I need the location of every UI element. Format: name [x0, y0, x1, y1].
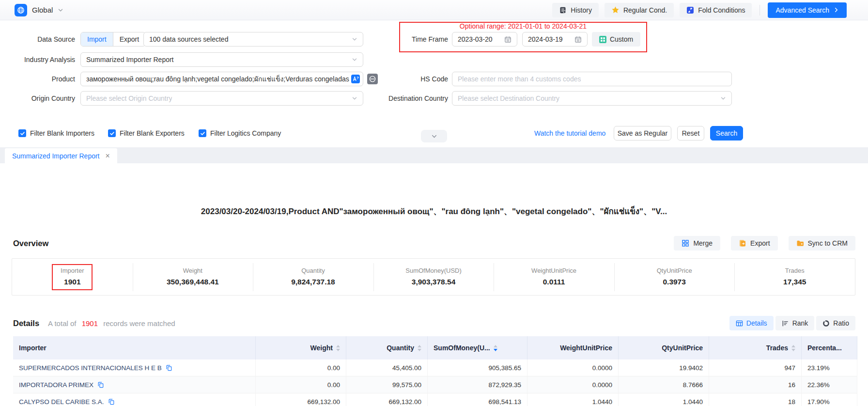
- data-sources-select[interactable]: 100 data sources selected: [143, 32, 363, 47]
- divider: [760, 5, 760, 16]
- time-frame-label: Time Frame: [339, 32, 448, 47]
- regular-cond-label: Regular Cond.: [623, 6, 667, 14]
- hs-code-label: HS Code: [339, 72, 448, 86]
- importer-cell[interactable]: CALYPSO DEL CARIBE S.A.: [13, 393, 256, 406]
- fold-icon: [686, 6, 694, 14]
- column-header-quantity[interactable]: Quantity: [346, 336, 428, 359]
- chevron-right-icon: [834, 7, 839, 13]
- merge-button[interactable]: Merge: [674, 236, 720, 250]
- copy-icon[interactable]: [97, 381, 104, 388]
- chevron-down-icon: [720, 95, 726, 101]
- topbar-actions: History Regular Cond. Fold Conditions Ad…: [552, 2, 847, 18]
- importer-annotation-box: Importer 1901: [52, 264, 93, 290]
- regular-cond-button[interactable]: Regular Cond.: [604, 3, 674, 17]
- importer-cell[interactable]: SUPERMERCADOS INTERNACIONALES H E B: [13, 359, 256, 376]
- view-rank-button[interactable]: Rank: [775, 316, 815, 330]
- fold-conditions-label: Fold Conditions: [698, 6, 745, 14]
- start-date-input[interactable]: 2023-03-20: [452, 32, 517, 47]
- rank-bars-icon: [782, 320, 789, 327]
- history-button[interactable]: History: [552, 3, 599, 17]
- column-header-trades[interactable]: Trades: [709, 336, 802, 359]
- sort-icons-active-desc[interactable]: [494, 345, 497, 351]
- table-row: SUPERMERCADOS INTERNACIONALES H E B 0.00…: [13, 359, 857, 376]
- close-icon[interactable]: ×: [106, 152, 110, 160]
- stat-value: 1901: [61, 278, 84, 286]
- export-button[interactable]: Export: [731, 236, 777, 250]
- sort-icons[interactable]: [418, 345, 421, 351]
- checkbox-checked-icon: [199, 129, 206, 137]
- chevron-down-icon: [58, 7, 63, 13]
- industry-analysis-value: Summarized Importer Report: [86, 56, 174, 63]
- data-sources-value: 100 data sources selected: [149, 35, 228, 43]
- view-ratio-button[interactable]: Ratio: [816, 316, 855, 330]
- importer-cell[interactable]: IMPORTADORA PRIMEX: [13, 376, 256, 393]
- advanced-search-label: Advanced Search: [775, 6, 829, 14]
- end-date-value: 2024-03-19: [528, 35, 563, 43]
- stat-label: WeightUnitPrice: [531, 267, 576, 274]
- advanced-search-button[interactable]: Advanced Search: [768, 2, 847, 18]
- sum-of-money-cell: 905,385.65: [428, 359, 527, 376]
- tutorial-demo-link[interactable]: Watch the tutorial demo: [534, 126, 605, 141]
- stat-qty-unit-price: QtyUnitPrice 0.3973: [614, 264, 735, 290]
- percentage-cell: 22.36%: [802, 376, 857, 393]
- filter-blank-importers-checkbox[interactable]: Filter Blank Importers: [18, 126, 94, 141]
- report-content: 2023/03/20-2024/03/19,Product AND"заморо…: [0, 163, 868, 406]
- save-as-regular-button[interactable]: Save as Regular: [614, 126, 671, 141]
- industry-analysis-select[interactable]: Summarized Importer Report: [80, 52, 363, 67]
- stat-importer: Importer 1901: [12, 264, 133, 290]
- ratio-pie-icon: [822, 320, 830, 327]
- filter-label: Filter Blank Exporters: [120, 129, 185, 137]
- star-icon: [611, 6, 620, 14]
- column-header-qty-unit-price: QtyUnitPrice: [619, 336, 709, 359]
- destination-country-label: Destination Country: [339, 91, 448, 106]
- import-tab[interactable]: Import: [81, 32, 113, 46]
- destination-country-select[interactable]: Please select Destination Country: [452, 91, 732, 106]
- stat-value: 3,903,378.54: [405, 278, 462, 286]
- filter-label: Filter Logitics Company: [210, 129, 281, 137]
- filter-blank-exporters-checkbox[interactable]: Filter Blank Exporters: [108, 126, 185, 141]
- custom-range-button[interactable]: Custom: [592, 32, 640, 47]
- search-button[interactable]: Search: [710, 126, 743, 141]
- trades-cell: 16: [709, 376, 802, 393]
- globe-icon: [15, 4, 27, 16]
- details-table: Importer Weight Quantity SumOfMoney(U...…: [13, 336, 857, 406]
- column-header-weight[interactable]: Weight: [256, 336, 346, 359]
- column-header-sum-of-money[interactable]: SumOfMoney(U...: [428, 336, 527, 359]
- weight-unit-price-cell: 0.0000: [527, 376, 619, 393]
- stat-trades: Trades 17,345: [734, 264, 855, 290]
- percentage-cell: 23.19%: [802, 359, 857, 376]
- collapse-form-button[interactable]: [421, 130, 447, 142]
- history-label: History: [571, 6, 592, 14]
- region-label: Global: [32, 6, 53, 14]
- region-selector[interactable]: Global: [15, 4, 63, 16]
- hs-code-input[interactable]: Please enter more than 4 customs codes: [452, 72, 732, 86]
- table-grid-icon: [736, 320, 743, 327]
- product-input[interactable]: замороженный овощ;rau đông lạnh;vegetal …: [80, 72, 363, 86]
- topbar: Global History Regular Cond. Fold Condit…: [0, 0, 868, 20]
- view-rank-label: Rank: [792, 319, 808, 327]
- history-icon: [559, 6, 567, 14]
- export-tab[interactable]: Export: [113, 32, 145, 46]
- copy-icon[interactable]: [166, 364, 172, 371]
- copy-icon[interactable]: [108, 398, 115, 405]
- stat-value: 17,345: [783, 278, 806, 286]
- tab-summarized-importer-report[interactable]: Summarized Importer Report ×: [5, 148, 117, 163]
- stat-label: SumOfMoney(USD): [405, 267, 462, 274]
- view-details-button[interactable]: Details: [729, 316, 774, 330]
- origin-country-select[interactable]: Please select Origin Country: [80, 91, 363, 106]
- stat-quantity: Quantity 9,824,737.18: [253, 264, 373, 290]
- total-count: 1901: [82, 319, 98, 328]
- sync-to-crm-label: Sync to CRM: [808, 239, 848, 247]
- sync-to-crm-button[interactable]: Sync to CRM: [789, 236, 855, 250]
- end-date-input[interactable]: 2024-03-19: [522, 32, 588, 47]
- sort-icons[interactable]: [791, 345, 795, 351]
- product-label: Product: [0, 72, 75, 86]
- fold-conditions-button[interactable]: Fold Conditions: [680, 3, 752, 17]
- view-ratio-label: Ratio: [833, 319, 849, 327]
- filter-logitics-company-checkbox[interactable]: Filter Logitics Company: [199, 126, 281, 141]
- reset-button[interactable]: Reset: [677, 126, 704, 141]
- stat-value: 0.0111: [531, 278, 576, 286]
- sort-icons[interactable]: [336, 345, 340, 351]
- quantity-cell: 99,575.00: [346, 376, 428, 393]
- industry-analysis-label: Industry Analysis: [0, 52, 75, 67]
